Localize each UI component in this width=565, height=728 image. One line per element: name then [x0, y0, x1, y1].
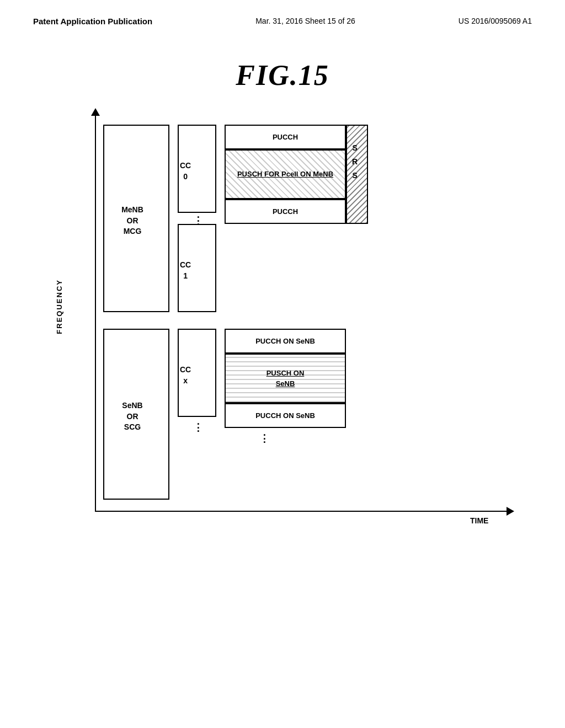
pusch-pcell-block: PUSCH FOR Pcell ON MeNB [225, 149, 346, 199]
pucch-senb-bottom: PUCCH ON SeNB [225, 403, 346, 428]
diagram: FREQUENCY TIME MeNBORMCG CC0 ⋮ CC1 PUCCH… [45, 114, 520, 533]
cc1-label: CC1 [180, 260, 191, 281]
pucch-top: PUCCH [225, 125, 346, 149]
x-axis [95, 511, 509, 512]
y-axis [95, 114, 96, 511]
publication-title: Patent Application Publication [33, 17, 152, 26]
pucch-bottom-label: PUCCH [273, 207, 298, 216]
y-axis-label: FREQUENCY [55, 279, 63, 334]
x-axis-label: TIME [470, 516, 488, 525]
y-axis-arrow [91, 108, 100, 116]
pusch-pcell-label: PUSCH FOR Pcell ON MeNB [237, 169, 333, 180]
pusch-senb-label: PUSCH ONSeNB [266, 368, 305, 389]
pucch-bottom: PUCCH [225, 199, 346, 224]
page-header: Patent Application Publication Mar. 31, … [0, 0, 565, 26]
x-axis-arrow [507, 507, 514, 516]
srs-label: SRS [352, 141, 358, 183]
publication-date: Mar. 31, 2016 Sheet 15 of 26 [255, 17, 355, 26]
pucch-senb-top-label: PUCCH ON SeNB [255, 337, 315, 345]
publication-number: US 2016/0095069 A1 [459, 17, 532, 26]
senb-label: SeNBORSCG [105, 400, 160, 433]
pucch-top-label: PUCCH [273, 133, 298, 141]
pusch-senb-block: PUSCH ONSeNB [225, 354, 346, 403]
ccx-label: CCx [180, 365, 191, 386]
pucch-senb-top: PUCCH ON SeNB [225, 329, 346, 354]
pucch-senb-bottom-label: PUCCH ON SeNB [255, 411, 315, 420]
figure-title: FIG.15 [0, 59, 565, 92]
menb-label: MeNBORMCG [105, 205, 160, 237]
dots-senb-x: ⋮ [193, 421, 203, 433]
cc0-label: CC0 [180, 160, 191, 182]
dots-senb-blocks: ⋮ [259, 432, 269, 445]
